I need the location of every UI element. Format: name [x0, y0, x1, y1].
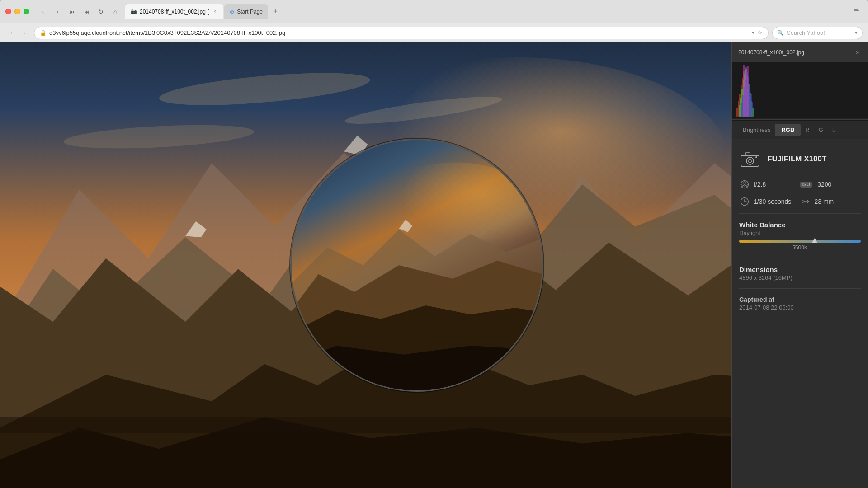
tab-startpage-icon: ⊕: [230, 9, 234, 15]
delete-button[interactable]: 🗑: [850, 5, 863, 18]
dimensions-label: Dimensions: [739, 266, 861, 273]
tab-bar: 📷 20140708-ff_x100t_002.jpg ( × ⊕ Start …: [125, 4, 863, 19]
browser-window: ‹ › ⏮ ⏭ ↻ ⌂ 📷 20140708-ff_x100t_002.jpg …: [0, 0, 868, 488]
shutter-focal-row: 1/30 seconds 23 mm: [739, 196, 861, 207]
tab-startpage-label: Start Page: [237, 9, 263, 15]
tab-r[interactable]: R: [801, 124, 814, 136]
search-placeholder: Search Yahoo!: [787, 29, 825, 36]
svg-rect-14: [736, 108, 738, 117]
svg-rect-47: [745, 67, 747, 117]
panel-close-button[interactable]: ×: [854, 48, 862, 56]
tab-icon: 📷: [131, 9, 137, 14]
info-panel: 20140708-ff_x100t_002.jpg ×: [731, 42, 868, 488]
aperture-item: f/2.8: [739, 179, 800, 190]
shutter-item: 1/30 seconds: [739, 196, 800, 207]
svg-rect-26: [739, 105, 740, 117]
content-area: 20140708-ff_x100t_002.jpg ×: [0, 42, 868, 488]
tab-g[interactable]: G: [814, 124, 828, 136]
captured-value: 2014-07-08 22:06:00: [739, 304, 861, 311]
search-dropdown-icon[interactable]: ▾: [855, 30, 858, 36]
svg-marker-63: [802, 200, 805, 203]
forward-button[interactable]: ›: [51, 5, 64, 18]
shutter-icon: [739, 196, 750, 207]
iso-badge: ISO: [800, 182, 812, 188]
wb-temperature: 5500K: [739, 244, 861, 251]
divider-3: [739, 288, 861, 289]
tab-close-button[interactable]: ×: [212, 9, 218, 15]
title-nav-buttons: ‹ › ⏮ ⏭ ↻ ⌂: [37, 5, 122, 18]
security-icon: 🔒: [40, 30, 47, 36]
tab-brightness[interactable]: Brightness: [738, 124, 775, 136]
camera-name: FUJIFILM X100T: [767, 155, 826, 164]
svg-rect-37: [741, 103, 742, 117]
addr-forward-button[interactable]: ›: [19, 27, 30, 39]
bookmark-icon[interactable]: ☆: [757, 29, 763, 36]
focal-item: 23 mm: [800, 196, 861, 207]
maximize-window-button[interactable]: [24, 9, 29, 14]
skip-forward-button[interactable]: ⏭: [80, 5, 93, 18]
wb-value: Daylight: [739, 230, 861, 236]
focal-icon: [800, 196, 811, 207]
url-dropdown-icon[interactable]: ▾: [752, 30, 755, 36]
focal-value: 23 mm: [815, 198, 834, 205]
aperture-iso-row: f/2.8 ISO 3200: [739, 179, 861, 190]
url-text: d3vv6lp55qjaqc.cloudfront.net/items/1B3j…: [49, 29, 747, 36]
captured-section: Captured at 2014-07-08 22:06:00: [739, 296, 861, 311]
title-bar: ‹ › ⏮ ⏭ ↻ ⌂ 📷 20140708-ff_x100t_002.jpg …: [0, 0, 868, 23]
address-nav-group: ‹ ›: [5, 27, 30, 39]
svg-rect-49: [732, 119, 868, 120]
back-button[interactable]: ‹: [37, 5, 49, 18]
svg-point-51: [746, 157, 754, 164]
home-button[interactable]: ⌂: [109, 5, 122, 18]
svg-rect-48: [747, 66, 749, 117]
shutter-value: 1/30 seconds: [754, 198, 791, 205]
iso-item: ISO 3200: [800, 181, 861, 188]
svg-point-52: [748, 159, 752, 163]
divider-2: [739, 258, 861, 258]
svg-rect-46: [743, 65, 745, 117]
address-bar: ‹ › 🔒 d3vv6lp55qjaqc.cloudfront.net/item…: [0, 23, 868, 42]
exif-area: FUJIFILM X100T: [732, 139, 868, 488]
camera-icon: [739, 148, 761, 170]
wb-slider-thumb: [812, 238, 817, 243]
wb-label: White Balance: [739, 221, 861, 229]
tab-b[interactable]: B: [828, 124, 841, 136]
aperture-value: f/2.8: [754, 181, 766, 188]
search-bar[interactable]: 🔍 Search Yahoo! ▾: [772, 27, 863, 39]
panel-header: 20140708-ff_x100t_002.jpg ×: [732, 42, 868, 62]
close-window-button[interactable]: [5, 9, 11, 14]
tab-image[interactable]: 📷 20140708-ff_x100t_002.jpg ( ×: [125, 4, 223, 19]
divider-1: [739, 213, 861, 214]
svg-rect-45: [752, 102, 753, 117]
white-balance-section: White Balance Daylight 5500K: [739, 221, 861, 251]
svg-rect-44: [750, 94, 752, 117]
dimensions-value: 4896 x 3264 (16MP): [739, 274, 861, 281]
svg-rect-43: [749, 85, 750, 117]
tab-startpage[interactable]: ⊕ Start Page: [224, 4, 268, 19]
histogram-tabs: Brightness RGB R G B: [732, 121, 868, 139]
svg-point-54: [755, 156, 757, 158]
new-tab-button[interactable]: +: [269, 5, 282, 18]
panel-title: 20140708-ff_x100t_002.jpg: [738, 49, 854, 56]
tab-label: 20140708-ff_x100t_002.jpg (: [140, 9, 209, 15]
addr-back-button[interactable]: ‹: [5, 27, 17, 39]
dimensions-section: Dimensions 4896 x 3264 (16MP): [739, 266, 861, 281]
url-bar[interactable]: 🔒 d3vv6lp55qjaqc.cloudfront.net/items/1B…: [34, 27, 769, 39]
traffic-lights: [5, 9, 29, 14]
aperture-icon: [739, 179, 750, 190]
captured-label: Captured at: [739, 296, 861, 303]
wb-slider-track[interactable]: [739, 240, 861, 243]
search-icon: 🔍: [777, 30, 784, 36]
iso-value: 3200: [817, 181, 831, 188]
reload-button[interactable]: ↻: [94, 5, 107, 18]
tab-rgb[interactable]: RGB: [775, 124, 801, 136]
skip-back-button[interactable]: ⏮: [66, 5, 78, 18]
minimize-window-button[interactable]: [14, 9, 20, 14]
histogram-area: [732, 62, 868, 121]
camera-row: FUJIFILM X100T: [739, 148, 861, 170]
